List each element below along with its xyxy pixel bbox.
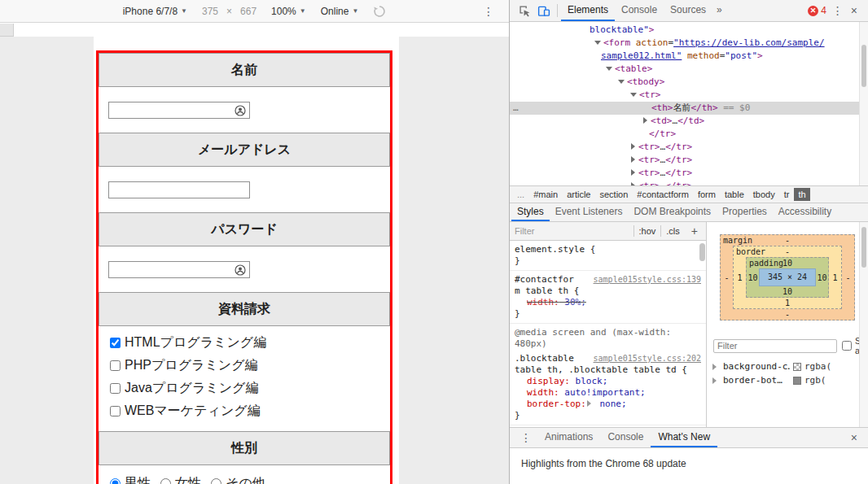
tree-line-selected[interactable]: …<th>名前</th> == $0 — [510, 102, 868, 115]
tab-dom-breakpoints[interactable]: DOM Breakpoints — [628, 203, 717, 221]
crumb-overflow[interactable]: ... — [513, 188, 528, 201]
style-rule-blocktable[interactable]: sample015style.css:202.blocktable table … — [510, 350, 706, 425]
computed-property[interactable]: background-c… rgba( — [707, 360, 868, 373]
expand-arrow-icon[interactable] — [630, 93, 637, 97]
tree-line[interactable]: <tbody> — [510, 76, 868, 89]
checkbox-option-java[interactable]: Javaプログラミング編 — [110, 380, 390, 397]
tree-line[interactable]: <form action="https://dev-lib.com/sample… — [510, 37, 868, 50]
autofill-person-icon[interactable] — [235, 264, 246, 276]
email-input[interactable] — [108, 181, 250, 198]
drawer-tab-whats-new[interactable]: What's New — [651, 428, 717, 447]
new-style-rule-button[interactable]: + — [685, 225, 701, 238]
css-declaration[interactable]: border-top: none; — [515, 399, 701, 410]
checkbox-option-html[interactable]: HTMLプログラミング編 — [110, 334, 390, 351]
computed-scrollbar[interactable] — [859, 222, 868, 427]
zoom-select[interactable]: 100% ▼ — [271, 6, 306, 17]
drawer-tab-animations[interactable]: Animations — [537, 428, 600, 447]
computed-filter-input[interactable] — [713, 339, 837, 353]
device-select[interactable]: iPhone 6/7/8 ▼ — [123, 6, 187, 17]
tree-line[interactable]: <tr>…</tr> — [510, 167, 868, 180]
tab-styles[interactable]: Styles — [511, 203, 550, 221]
autofill-person-icon[interactable] — [235, 105, 246, 116]
drawer-menu-icon[interactable]: ⋮ — [515, 431, 537, 444]
radio-male[interactable] — [110, 478, 121, 484]
viewport-width[interactable]: 375 — [202, 6, 218, 17]
stylesheet-link[interactable]: sample015style.css:202 — [594, 353, 701, 364]
radio-other[interactable] — [211, 478, 221, 484]
devtools-menu-icon[interactable]: ⋮ — [826, 4, 849, 17]
radio-option-other[interactable]: その他 — [211, 475, 265, 484]
viewport-height[interactable]: 667 — [240, 6, 256, 17]
error-badge[interactable]: ✕ 4 — [808, 5, 826, 16]
expand-shorthand-icon[interactable] — [587, 400, 591, 407]
toggle-hover-state-button[interactable]: :hov — [633, 225, 661, 237]
drawer-tab-console[interactable]: Console — [600, 428, 651, 447]
box-model[interactable]: margin- - border- 1 padding10 10 — [720, 234, 855, 320]
collapse-arrow-icon[interactable] — [631, 143, 635, 150]
style-rule-contactform[interactable]: sample015style.css:139#contactfor m tabl… — [510, 271, 706, 324]
expand-arrow-icon[interactable] — [594, 41, 601, 45]
expand-arrow-icon[interactable] — [712, 377, 717, 384]
css-declaration-overridden[interactable]: width: 30%; — [515, 297, 701, 308]
css-declaration[interactable]: display: block; — [515, 376, 701, 387]
crumb-tbody[interactable]: tbody — [749, 188, 779, 201]
more-tabs-icon[interactable]: » — [712, 0, 726, 21]
rotate-icon[interactable] — [373, 5, 386, 18]
tree-line[interactable]: blocktable"> — [510, 24, 868, 37]
checkbox-html[interactable] — [110, 338, 121, 348]
expand-arrow-icon[interactable] — [618, 80, 625, 84]
crumb-table[interactable]: table — [721, 188, 748, 201]
rules-scrollbar-thumb[interactable] — [699, 243, 705, 261]
radio-option-female[interactable]: 女性 — [160, 475, 201, 484]
expand-arrow-icon[interactable] — [606, 67, 612, 71]
network-throttle-select[interactable]: Online ▼ — [321, 6, 359, 17]
tree-scrollbar[interactable] — [859, 22, 868, 185]
collapse-arrow-icon[interactable] — [631, 156, 635, 163]
crumb-form[interactable]: form — [694, 188, 720, 201]
crumb-article[interactable]: article — [563, 188, 594, 201]
crumb-section[interactable]: section — [595, 188, 632, 201]
show-all-checkbox[interactable] — [842, 341, 852, 351]
tree-line[interactable]: <tr> — [510, 89, 868, 102]
stylesheet-link[interactable]: sample015style.css:139 — [594, 274, 701, 286]
radio-option-male[interactable]: 男性 — [110, 475, 151, 484]
tree-line[interactable]: <tr>…</tr> — [510, 180, 868, 185]
tab-event-listeners[interactable]: Event Listeners — [550, 203, 629, 221]
tree-line[interactable]: </tr> — [510, 128, 868, 141]
name-input[interactable] — [108, 102, 250, 119]
drawer-close-icon[interactable]: × — [849, 431, 863, 444]
crumb-contactform[interactable]: #contactform — [633, 188, 693, 201]
tree-line[interactable]: <tr>…</tr> — [510, 141, 868, 154]
tab-properties[interactable]: Properties — [717, 203, 773, 221]
tree-line[interactable]: <table> — [510, 63, 868, 76]
collapse-arrow-icon[interactable] — [643, 117, 647, 124]
checkbox-php[interactable] — [110, 360, 121, 371]
scrollbar-thumb[interactable] — [861, 227, 866, 268]
device-toolbar-icon[interactable] — [534, 2, 554, 20]
node-menu-icon[interactable]: … — [513, 102, 519, 115]
more-options-icon[interactable]: ⋮ — [483, 5, 494, 18]
scrollbar-thumb[interactable] — [861, 45, 866, 87]
crumb-main[interactable]: #main — [529, 188, 562, 201]
devtools-close-icon[interactable]: × — [849, 4, 863, 17]
computed-property[interactable]: border-bot… rgb( — [707, 373, 868, 387]
expand-arrow-icon[interactable] — [712, 364, 717, 370]
tree-line[interactable]: <td>…</td> — [510, 115, 868, 128]
checkbox-option-php[interactable]: PHPプログラミング編 — [110, 357, 390, 374]
styles-filter-input[interactable]: Filter — [515, 226, 633, 236]
tree-line[interactable]: sample012.html" method="post"> — [510, 50, 868, 63]
tree-line[interactable]: <tr>…</tr> — [510, 154, 868, 167]
checkbox-java[interactable] — [110, 383, 121, 394]
tab-console[interactable]: Console — [615, 0, 664, 21]
checkbox-web[interactable] — [110, 406, 121, 416]
style-rule-element[interactable]: element.style { } — [510, 241, 706, 271]
tab-sources[interactable]: Sources — [664, 0, 712, 21]
css-declaration[interactable]: width: auto!important; — [515, 387, 701, 399]
radio-female[interactable] — [160, 478, 171, 484]
crumb-tr[interactable]: tr — [780, 188, 794, 201]
checkbox-option-web[interactable]: WEBマーケティング編 — [110, 403, 390, 420]
crumb-th-selected[interactable]: th — [794, 188, 809, 201]
password-input[interactable] — [108, 261, 250, 278]
inspect-element-icon[interactable] — [515, 2, 534, 20]
toggle-class-button[interactable]: .cls — [660, 225, 685, 237]
